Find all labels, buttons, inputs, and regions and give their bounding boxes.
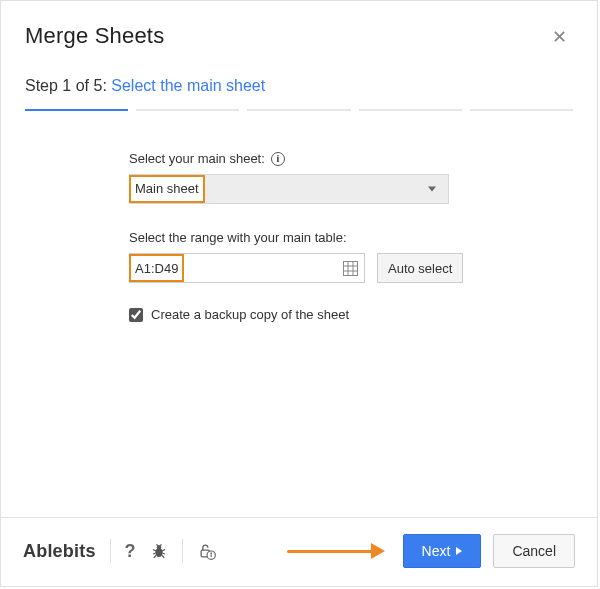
separator — [182, 539, 183, 563]
dialog-footer: Ablebits ? — [1, 517, 597, 586]
lock-info-icon[interactable] — [197, 541, 217, 561]
step-name: Select the main sheet — [111, 77, 265, 94]
step-indicator: Step 1 of 5: Select the main sheet — [1, 59, 597, 103]
main-sheet-label: Select your main sheet: — [129, 151, 265, 166]
dialog-title: Merge Sheets — [25, 23, 164, 49]
select-range-icon[interactable] — [343, 261, 358, 276]
close-button[interactable]: ✕ — [545, 23, 573, 51]
info-icon[interactable]: i — [271, 152, 285, 166]
svg-line-10 — [162, 550, 165, 552]
svg-line-9 — [153, 556, 155, 558]
svg-line-11 — [162, 553, 164, 554]
svg-line-12 — [162, 556, 164, 558]
range-input[interactable]: A1:D49 — [129, 253, 365, 283]
dialog-content: Select your main sheet: i Main sheet Sel… — [1, 111, 597, 517]
footer-right: Next Cancel — [287, 534, 575, 568]
svg-line-14 — [160, 544, 161, 546]
svg-line-7 — [153, 550, 156, 552]
dialog-header: Merge Sheets ✕ — [1, 1, 597, 59]
main-sheet-dropdown[interactable]: Main sheet — [129, 174, 449, 204]
chevron-down-icon — [428, 187, 436, 192]
close-icon: ✕ — [552, 28, 567, 46]
form: Select your main sheet: i Main sheet Sel… — [129, 151, 469, 322]
backup-label: Create a backup copy of the sheet — [151, 307, 349, 322]
backup-checkbox[interactable] — [129, 308, 143, 322]
range-value: A1:D49 — [129, 254, 184, 282]
main-sheet-label-row: Select your main sheet: i — [129, 151, 469, 166]
separator — [110, 539, 111, 563]
cancel-button[interactable]: Cancel — [493, 534, 575, 568]
svg-point-17 — [210, 552, 212, 554]
help-icon[interactable]: ? — [125, 541, 136, 562]
footer-left: Ablebits ? — [23, 539, 217, 563]
range-label: Select the range with your main table: — [129, 230, 347, 245]
brand-label: Ablebits — [23, 541, 96, 562]
step-prefix: Step 1 of 5: — [25, 77, 107, 94]
svg-rect-0 — [344, 261, 358, 275]
annotation-arrow — [287, 543, 385, 559]
svg-rect-18 — [210, 554, 211, 557]
svg-line-13 — [156, 544, 157, 546]
auto-select-button[interactable]: Auto select — [377, 253, 463, 283]
svg-line-8 — [153, 553, 155, 554]
arrow-head-icon — [371, 543, 385, 559]
next-button[interactable]: Next — [403, 534, 482, 568]
range-row: A1:D49 Auto select — [129, 253, 469, 283]
arrow-shaft — [287, 550, 373, 553]
main-sheet-value: Main sheet — [129, 175, 205, 203]
chevron-right-icon — [456, 547, 462, 555]
next-label: Next — [422, 543, 451, 559]
range-label-row: Select the range with your main table: — [129, 230, 469, 245]
bug-icon[interactable] — [150, 542, 168, 560]
merge-sheets-dialog: Merge Sheets ✕ Step 1 of 5: Select the m… — [0, 0, 598, 587]
backup-checkbox-row[interactable]: Create a backup copy of the sheet — [129, 307, 469, 322]
